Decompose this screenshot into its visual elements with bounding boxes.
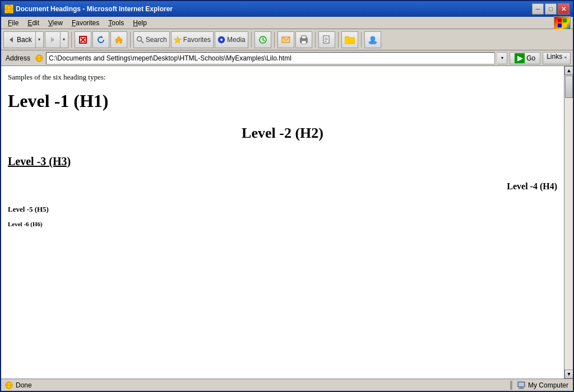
menu-edit[interactable]: Edit bbox=[23, 18, 44, 28]
svg-rect-38 bbox=[519, 388, 524, 389]
favorites-label: Favorites bbox=[183, 36, 211, 44]
media-label: Media bbox=[227, 36, 246, 44]
links-button[interactable]: Links » bbox=[543, 52, 571, 64]
separator-6 bbox=[338, 32, 339, 48]
address-dropdown[interactable]: ▾ bbox=[497, 52, 507, 64]
address-input[interactable] bbox=[46, 52, 495, 64]
menu-help[interactable]: Help bbox=[128, 18, 151, 28]
h6-heading: Level -6 (H6) bbox=[8, 221, 557, 227]
svg-rect-4 bbox=[563, 18, 567, 22]
svg-point-14 bbox=[137, 36, 141, 41]
menu-bar: File Edit View Favorites Tools Help bbox=[1, 17, 573, 29]
svg-rect-5 bbox=[558, 24, 562, 27]
home-button[interactable] bbox=[110, 31, 127, 48]
messenger-button[interactable] bbox=[364, 31, 381, 48]
menu-view[interactable]: View bbox=[44, 18, 67, 28]
history-button[interactable] bbox=[254, 31, 271, 48]
h4-heading: Level -4 (H4) bbox=[8, 181, 557, 192]
mail-button[interactable] bbox=[277, 31, 294, 48]
title-bar: Document Headings - Microsoft Internet E… bbox=[1, 1, 573, 17]
svg-marker-16 bbox=[174, 36, 181, 43]
svg-rect-39 bbox=[519, 382, 524, 386]
back-button[interactable]: Back bbox=[3, 31, 36, 48]
content-main: Samples of the six heading types: Level … bbox=[1, 66, 564, 379]
edit-button[interactable] bbox=[318, 31, 335, 48]
favorites-button[interactable]: Favorites bbox=[171, 31, 214, 48]
separator-2 bbox=[130, 32, 131, 48]
go-label: Go bbox=[526, 54, 535, 62]
links-label: Links bbox=[547, 53, 562, 60]
toolbar: Back ▾ ▾ Search bbox=[1, 29, 573, 50]
print-button[interactable] bbox=[295, 31, 312, 48]
back-label: Back bbox=[17, 36, 32, 44]
separator-4 bbox=[274, 32, 275, 48]
media-button[interactable]: Media bbox=[215, 31, 248, 48]
forward-button[interactable] bbox=[45, 31, 61, 48]
scroll-down-button[interactable]: ▼ bbox=[564, 370, 573, 379]
address-label: Address bbox=[3, 54, 33, 62]
menu-tools[interactable]: Tools bbox=[104, 18, 128, 28]
separator-1 bbox=[71, 32, 72, 48]
scroll-track[interactable] bbox=[564, 75, 573, 370]
svg-marker-13 bbox=[115, 36, 123, 43]
svg-line-15 bbox=[141, 40, 144, 43]
close-button[interactable]: ✕ bbox=[558, 3, 570, 15]
search-label: Search bbox=[146, 36, 167, 44]
menu-favorites[interactable]: Favorites bbox=[67, 18, 104, 28]
links-chevron-icon: » bbox=[564, 55, 567, 60]
svg-point-18 bbox=[220, 39, 223, 41]
browser-icon bbox=[4, 4, 13, 13]
window-title: Document Headings - Microsoft Internet E… bbox=[16, 5, 173, 13]
svg-rect-3 bbox=[558, 18, 562, 22]
search-button[interactable]: Search bbox=[133, 31, 170, 48]
svg-point-29 bbox=[369, 41, 377, 44]
title-bar-left: Document Headings - Microsoft Internet E… bbox=[4, 4, 173, 13]
svg-marker-8 bbox=[51, 37, 54, 43]
back-dropdown[interactable]: ▾ bbox=[36, 31, 44, 48]
separator-3 bbox=[251, 32, 252, 48]
forward-dropdown[interactable]: ▾ bbox=[61, 31, 68, 48]
svg-marker-12 bbox=[101, 36, 103, 38]
svg-marker-7 bbox=[10, 37, 13, 43]
zone-text: My Computer bbox=[528, 381, 568, 389]
go-arrow-icon: ▶ bbox=[515, 53, 525, 63]
status-bar: Done My Computer bbox=[1, 379, 573, 391]
svg-rect-23 bbox=[302, 41, 306, 44]
status-left: Done bbox=[1, 381, 259, 390]
h5-heading: Level -5 (H5) bbox=[8, 205, 557, 214]
computer-icon bbox=[517, 381, 526, 390]
menu-file[interactable]: File bbox=[3, 18, 23, 28]
windows-flag-icon bbox=[554, 16, 571, 30]
svg-rect-37 bbox=[520, 387, 523, 388]
stop-button[interactable] bbox=[75, 31, 91, 48]
browser-window: Document Headings - Microsoft Internet E… bbox=[0, 0, 574, 392]
address-bar: Address ▾ ▶ Go Links » bbox=[1, 50, 573, 66]
separator-5 bbox=[315, 32, 316, 48]
h1-heading: Level -1 (H1) bbox=[8, 91, 557, 111]
svg-point-28 bbox=[371, 36, 375, 41]
status-right: My Computer bbox=[512, 381, 573, 390]
status-text: Done bbox=[16, 381, 32, 389]
page-icon bbox=[35, 54, 44, 63]
intro-text: Samples of the six heading types: bbox=[8, 73, 557, 82]
folder-button[interactable] bbox=[341, 31, 358, 48]
h3-heading: Level -3 (H3) bbox=[8, 155, 557, 168]
scroll-thumb[interactable] bbox=[565, 76, 573, 98]
svg-rect-6 bbox=[563, 24, 567, 27]
content-area: Samples of the six heading types: Level … bbox=[1, 66, 573, 379]
scroll-up-button[interactable]: ▲ bbox=[564, 66, 573, 75]
back-button-group: Back ▾ bbox=[3, 31, 44, 48]
forward-button-group: ▾ bbox=[45, 31, 68, 48]
vertical-scrollbar[interactable]: ▲ ▼ bbox=[564, 66, 573, 379]
h2-heading: Level -2 (H2) bbox=[8, 125, 557, 142]
svg-rect-22 bbox=[302, 36, 306, 39]
ie-logo-small bbox=[4, 381, 13, 390]
minimize-button[interactable]: ─ bbox=[532, 3, 544, 15]
go-button[interactable]: ▶ Go bbox=[510, 52, 540, 64]
maximize-button[interactable]: □ bbox=[545, 3, 557, 15]
separator-7 bbox=[361, 32, 362, 48]
refresh-button[interactable] bbox=[92, 31, 109, 48]
window-controls: ─ □ ✕ bbox=[532, 3, 570, 15]
